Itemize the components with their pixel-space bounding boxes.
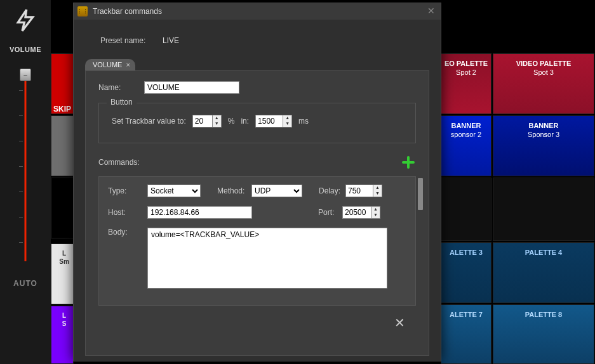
command-close-button[interactable]: ✕ — [392, 315, 406, 329]
delay-spinner[interactable]: ▲▼ — [345, 185, 382, 197]
tile-palette-4[interactable]: PALETTE 4 — [493, 242, 594, 303]
tile-skip[interactable]: SKIP — [51, 53, 74, 114]
host-input[interactable] — [147, 206, 252, 219]
tile-banner-sponsor2[interactable]: BANNERsponsor 2 — [441, 115, 491, 176]
tile-white[interactable]: LSm — [51, 244, 74, 304]
tab-panel: Name: Button Set Trackbar value to: ▲▼ %… — [85, 70, 429, 356]
tile-palette-7[interactable]: ALETTE 7 — [441, 304, 491, 364]
dialog-close-button[interactable]: ✕ — [425, 6, 437, 17]
spin-down-icon[interactable]: ▼ — [283, 121, 291, 127]
method-label: Method: — [217, 186, 251, 195]
body-textarea[interactable] — [147, 228, 387, 289]
add-command-button[interactable] — [401, 155, 416, 170]
delay-label: Delay: — [319, 186, 345, 195]
tile-purple[interactable]: LS — [51, 306, 74, 364]
host-label: Host: — [108, 208, 147, 217]
auto-label[interactable]: AUTO — [13, 279, 37, 288]
tab-volume[interactable]: VOLUME × — [85, 59, 135, 70]
lightning-icon[interactable] — [13, 8, 38, 33]
command-box: Type: Socket Method: UDP Delay: ▲▼ Host:… — [98, 176, 416, 306]
button-fieldset: Button Set Trackbar value to: ▲▼ % in: ▲… — [98, 103, 416, 143]
dialog-icon: ⋮⋮ — [77, 6, 88, 16]
spin-up-icon[interactable]: ▲ — [373, 185, 382, 191]
dialog-titlebar[interactable]: ⋮⋮ Trackbar commands ✕ — [74, 3, 441, 20]
preset-name-label: Preset name: — [100, 36, 157, 45]
trackbar-commands-dialog: ⋮⋮ Trackbar commands ✕ Preset name: LIVE… — [73, 3, 441, 361]
type-select[interactable]: Socket — [147, 185, 201, 197]
button-legend: Button — [107, 98, 137, 107]
type-label: Type: — [108, 186, 147, 195]
tile-banner-sponsor3[interactable]: BANNERSponsor 3 — [493, 115, 594, 176]
tile-empty-1[interactable] — [441, 178, 491, 241]
scrollbar-thumb[interactable] — [418, 178, 423, 210]
tile-video-palette-spot3[interactable]: VIDEO PALETTESpot 3 — [493, 53, 594, 114]
port-label: Port: — [318, 208, 342, 217]
method-select[interactable]: UDP — [251, 185, 302, 197]
trackbar-ms-spinner[interactable]: ▲▼ — [255, 115, 292, 127]
spin-up-icon[interactable]: ▲ — [213, 115, 221, 121]
body-label: Body: — [108, 228, 147, 237]
spin-up-icon[interactable]: ▲ — [371, 207, 380, 212]
tab-close-icon[interactable]: × — [126, 61, 130, 68]
preset-name-value: LIVE — [163, 36, 179, 45]
volume-slider[interactable]: – — [13, 65, 38, 268]
slider-thumb[interactable]: – — [20, 68, 31, 81]
set-trackbar-label: Set Trackbar value to: — [112, 117, 186, 126]
spin-down-icon[interactable]: ▼ — [371, 212, 380, 218]
trackbar-value-spinner[interactable]: ▲▼ — [192, 115, 222, 127]
spin-up-icon[interactable]: ▲ — [283, 115, 291, 121]
tile-black[interactable] — [51, 178, 74, 238]
volume-column-label: VOLUME — [10, 46, 41, 53]
tile-empty-2[interactable] — [493, 178, 594, 241]
spin-down-icon[interactable]: ▼ — [373, 191, 382, 197]
name-input[interactable] — [144, 81, 239, 94]
slider-track — [25, 71, 27, 261]
tile-gray[interactable] — [51, 115, 74, 176]
tile-video-palette-spot2[interactable]: EO PALETTESpot 2 — [441, 53, 491, 114]
tile-palette-3[interactable]: ALETTE 3 — [441, 242, 491, 303]
dialog-title: Trackbar commands — [93, 7, 162, 16]
tile-palette-8[interactable]: PALETTE 8 — [493, 304, 594, 364]
port-spinner[interactable]: ▲▼ — [342, 206, 380, 219]
spin-down-icon[interactable]: ▼ — [213, 121, 221, 127]
left-sidebar: VOLUME – AUTO — [0, 0, 51, 364]
name-label: Name: — [98, 83, 144, 92]
commands-label: Commands: — [98, 158, 140, 167]
